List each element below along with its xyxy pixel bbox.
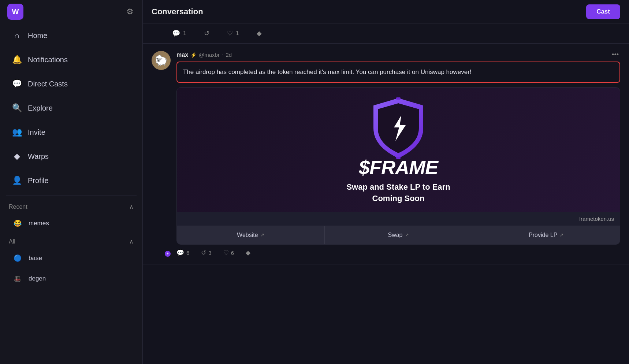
sidebar-item-label: Notifications	[28, 56, 68, 64]
frame-website-button[interactable]: Website ↗	[177, 226, 325, 244]
username: max	[176, 52, 188, 58]
like-icon-bottom: ♡	[223, 249, 229, 257]
external-link-icon-2: ↗	[405, 232, 409, 238]
recast-bottom[interactable]: ↺ 3	[201, 249, 211, 257]
sidebar-item-label: Profile	[28, 177, 49, 185]
avatar: 🐑	[152, 51, 171, 70]
frame-provide-lp-button[interactable]: Provide LP ↗	[472, 226, 620, 244]
warp-icon-bottom: ◆	[246, 249, 250, 257]
more-options-button[interactable]: •••	[610, 51, 620, 59]
recast-icon-top: ↺	[204, 29, 209, 37]
page-title: Conversation	[152, 7, 203, 16]
cast-post: 🐑 + max ⚡ @maxbr · 2d	[143, 44, 629, 264]
external-link-icon: ↗	[260, 232, 264, 238]
like-icon-top: ♡	[227, 29, 233, 37]
sidebar-item-explore[interactable]: 🔍 Explore	[3, 96, 139, 120]
frame-subtitle: Swap and Stake LP to Earn Coming Soon	[346, 182, 450, 204]
reply-count-bottom[interactable]: 💬 6	[176, 249, 189, 257]
invite-nav-icon: 👥	[12, 127, 22, 137]
cast-meta: max ⚡ @maxbr · 2d •••	[176, 51, 620, 59]
channel-item-degen[interactable]: 🎩 degen	[3, 268, 139, 289]
user-info: max ⚡ @maxbr · 2d	[176, 52, 232, 58]
channel-item-memes[interactable]: 😂 memes	[3, 213, 139, 234]
svg-rect-0	[396, 97, 401, 100]
sidebar-item-label: Home	[28, 31, 47, 40]
warp-top[interactable]: ◆	[257, 29, 262, 37]
channel-item-base[interactable]: 🔵 base	[3, 248, 139, 268]
settings-button[interactable]: ⚙	[125, 5, 135, 18]
profile-nav-icon: 👤	[12, 176, 22, 185]
all-section-header: All ∧	[0, 234, 142, 248]
warp-icon-top: ◆	[257, 29, 262, 37]
cast-body: max ⚡ @maxbr · 2d ••• The airdrop has co…	[176, 51, 620, 257]
external-link-icon-3: ↗	[559, 232, 563, 238]
channel-name-base: base	[29, 255, 42, 262]
sidebar-item-label: Direct Casts	[28, 80, 68, 88]
explore-nav-icon: 🔍	[12, 103, 22, 113]
frame-buttons: Website ↗ Swap ↗ Provide LP ↗	[177, 226, 620, 244]
top-engagement-bar: 💬 1 ↺ ♡ 1 ◆	[143, 23, 629, 44]
time-ago: 2d	[226, 52, 232, 58]
warps-nav-icon: ◆	[12, 152, 22, 161]
channel-name-memes: memes	[29, 220, 49, 227]
frame-image: $FRAME Swap and Stake LP to Earn Coming …	[177, 88, 620, 212]
sidebar-item-direct-casts[interactable]: 💬 Direct Casts	[3, 72, 139, 96]
post-engagement: 💬 6 ↺ 3 ♡ 6 ◆	[176, 245, 620, 257]
logo-button[interactable]: W	[7, 4, 23, 20]
notifications-nav-icon: 🔔	[12, 55, 22, 64]
cast-button[interactable]: Cast	[586, 4, 620, 19]
sidebar-item-notifications[interactable]: 🔔 Notifications	[3, 48, 139, 72]
sidebar-item-label: Warps	[28, 152, 49, 161]
conversation-content: 💬 1 ↺ ♡ 1 ◆ 🐑 +	[143, 23, 629, 364]
main-header: Conversation Cast	[143, 0, 629, 23]
frame-url: frametoken.us	[177, 212, 620, 226]
avatar-image: 🐑	[152, 51, 171, 70]
reply-indicator: +	[164, 250, 171, 257]
reply-icon-top: 💬	[172, 29, 180, 37]
avatar-wrapper: 🐑 +	[152, 51, 171, 257]
frame-title: $FRAME	[359, 157, 438, 177]
sidebar-item-invite[interactable]: 👥 Invite	[3, 120, 139, 144]
reply-count-top[interactable]: 💬 1	[172, 29, 186, 37]
main-content: Conversation Cast 💬 1 ↺ ♡ 1 ◆	[143, 0, 629, 364]
user-handle: @maxbr	[199, 52, 220, 58]
sidebar-item-profile[interactable]: 👤 Profile	[3, 168, 139, 193]
sidebar-header: W ⚙	[0, 0, 142, 23]
recast-icon-bottom: ↺	[201, 249, 206, 257]
channel-avatar-degen: 🎩	[12, 273, 23, 285]
sidebar-item-warps[interactable]: ◆ Warps	[3, 144, 139, 168]
channel-avatar-base: 🔵	[12, 252, 23, 264]
cast-text: The airdrop has completed as the token r…	[183, 67, 614, 77]
sidebar-divider	[6, 196, 137, 196]
home-nav-icon: ⌂	[12, 31, 22, 40]
frame-embed: $FRAME Swap and Stake LP to Earn Coming …	[176, 87, 620, 245]
cast-text-box: The airdrop has completed as the token r…	[176, 62, 620, 83]
verified-badge: ⚡	[190, 52, 197, 58]
sidebar-item-home[interactable]: ⌂ Home	[3, 23, 139, 48]
warp-bottom[interactable]: ◆	[246, 249, 250, 257]
frame-swap-button[interactable]: Swap ↗	[325, 226, 473, 244]
like-count-bottom[interactable]: ♡ 6	[223, 249, 234, 257]
like-count-top[interactable]: ♡ 1	[227, 29, 239, 37]
recent-section-header: Recent ∧	[0, 199, 142, 213]
frame-shield-icon	[369, 95, 428, 161]
reply-icon-bottom: 💬	[176, 249, 184, 257]
sidebar: W ⚙ ⌂ Home 🔔 Notifications 💬 Direct Cast…	[0, 0, 143, 364]
direct-casts-nav-icon: 💬	[12, 79, 22, 89]
channel-name-degen: degen	[29, 275, 46, 282]
recast-top[interactable]: ↺	[204, 29, 209, 37]
sidebar-item-label: Invite	[28, 128, 45, 137]
channel-avatar-memes: 😂	[12, 218, 23, 229]
sidebar-item-label: Explore	[28, 104, 53, 112]
